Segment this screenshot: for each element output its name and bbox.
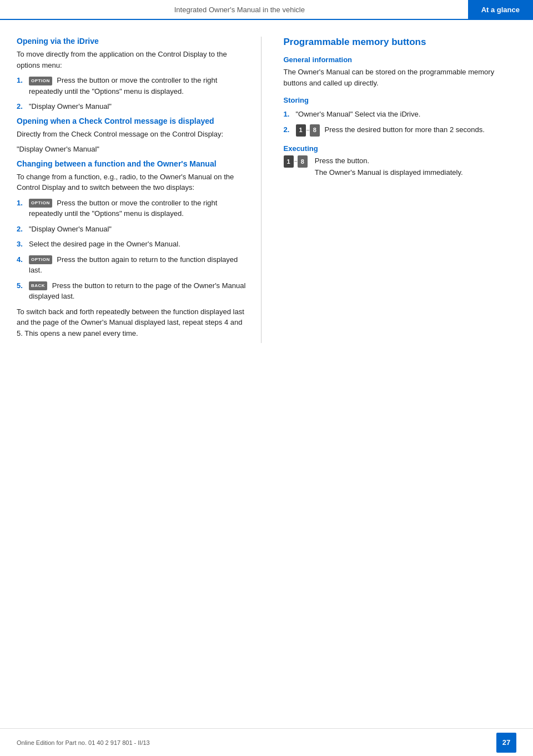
sub-title-general: General information — [284, 56, 517, 64]
step-num-2: 2. — [17, 101, 29, 112]
para-closing: To switch back and forth repeatedly betw… — [17, 306, 250, 339]
step-content-c2: "Display Owner's Manual" — [29, 224, 250, 235]
memory-button-icon-exec: 1 ··· 8 — [284, 155, 310, 168]
option-icon-3: OPTION — [29, 255, 52, 264]
sub-title-executing: Executing — [284, 144, 517, 153]
step-content-c3: Select the desired page in the Owner's M… — [29, 239, 250, 250]
step-changing-3: 3. Select the desired page in the Owner'… — [17, 239, 250, 250]
para-check-1: Directly from the Check Control message … — [17, 129, 250, 140]
mem-icon-exec: 1 ··· 8 — [284, 155, 308, 168]
header-right-tab: At a glance — [468, 0, 533, 19]
executing-content: 1 ··· 8 Press the button. The Owner's Ma… — [284, 155, 517, 183]
section-executing: Executing 1 ··· 8 Press the button. The … — [284, 144, 517, 183]
steps-opening-idrive: 1. OPTION Press the button or move the c… — [17, 75, 250, 112]
step-content-1: OPTION Press the button or move the cont… — [29, 75, 250, 97]
section-general-info: General information The Owner's Manual c… — [284, 56, 517, 88]
step-num-c3: 3. — [17, 239, 29, 250]
section-title-opening-idrive: Opening via the iDrive — [17, 37, 250, 46]
step-idrive-1: 1. OPTION Press the button or move the c… — [17, 75, 250, 97]
step-storing-2: 2. 1 ··· 8 Press the desired button for … — [284, 124, 517, 137]
section-storing: Storing 1. "Owner's Manual" Select via t… — [284, 96, 517, 137]
step-idrive-2: 2. "Display Owner's Manual" — [17, 101, 250, 112]
section-title-changing: Changing between a function and the Owne… — [17, 159, 250, 168]
step-num-c5: 5. — [17, 280, 29, 291]
main-section-title: Programmable memory buttons — [284, 37, 517, 48]
page-header: Integrated Owner's Manual in the vehicle… — [0, 0, 533, 20]
step-content-c4: OPTION Press the button again to return … — [29, 254, 250, 276]
footer-text: Online Edition for Part no. 01 40 2 917 … — [17, 739, 150, 746]
steps-storing: 1. "Owner's Manual" Select via the iDriv… — [284, 109, 517, 137]
memory-button-icon-store: 1 ··· 8 — [296, 124, 320, 137]
back-icon: BACK — [29, 281, 47, 290]
step-changing-4: 4. OPTION Press the button again to retu… — [17, 254, 250, 276]
mem-btn-1: 1 — [296, 124, 306, 137]
exec-btn-8: 8 — [298, 155, 308, 168]
page-footer: Online Edition for Part no. 01 40 2 917 … — [0, 728, 533, 756]
header-left-text: Integrated Owner's Manual in the vehicle — [0, 6, 468, 14]
section-check-control: Opening when a Check Control message is … — [17, 117, 250, 155]
step-content-s1: "Owner's Manual" Select via the iDrive. — [296, 109, 517, 120]
para-general-1: The Owner's Manual can be stored on the … — [284, 67, 517, 88]
step-num-s2: 2. — [284, 124, 296, 135]
step-content-2: "Display Owner's Manual" — [29, 101, 250, 112]
step-content-c1: OPTION Press the button or move the cont… — [29, 198, 250, 219]
step-num-s1: 1. — [284, 109, 296, 120]
section-title-check-control: Opening when a Check Control message is … — [17, 117, 250, 125]
step-changing-5: 5. BACK Press the button to return to th… — [17, 280, 250, 302]
steps-changing: 1. OPTION Press the button or move the c… — [17, 198, 250, 302]
step-changing-1: 1. OPTION Press the button or move the c… — [17, 198, 250, 219]
step-storing-1: 1. "Owner's Manual" Select via the iDriv… — [284, 109, 517, 120]
page-number: 27 — [496, 733, 516, 753]
option-icon-1: OPTION — [29, 77, 52, 85]
step-content-c5: BACK Press the button to return to the p… — [29, 280, 250, 302]
main-content: Opening via the iDrive To move directly … — [0, 20, 533, 376]
step-changing-2: 2. "Display Owner's Manual" — [17, 224, 250, 235]
exec-line-2: The Owner's Manual is displayed immediat… — [315, 167, 463, 178]
exec-btn-1: 1 — [284, 155, 294, 168]
mem-btn-8: 8 — [310, 124, 320, 137]
step-num-1: 1. — [17, 75, 29, 86]
exec-btn-dots: ··· — [294, 158, 297, 164]
exec-line-1: Press the button. — [315, 155, 463, 167]
option-icon-2: OPTION — [29, 199, 52, 208]
para-check-2: "Display Owner's Manual" — [17, 144, 250, 155]
step-num-c4: 4. — [17, 254, 29, 265]
step-content-s2: 1 ··· 8 Press the desired button for mor… — [296, 124, 517, 137]
step-num-c2: 2. — [17, 224, 29, 235]
mem-btn-dots: ··· — [306, 126, 309, 134]
step-num-c1: 1. — [17, 198, 29, 209]
left-column: Opening via the iDrive To move directly … — [17, 37, 262, 343]
right-column: Programmable memory buttons General info… — [278, 37, 517, 343]
sub-title-storing: Storing — [284, 96, 517, 104]
para-opening-idrive-1: To move directly from the application on… — [17, 49, 250, 70]
para-changing-1: To change from a function, e.g., radio, … — [17, 172, 250, 193]
executing-text: Press the button. The Owner's Manual is … — [315, 155, 463, 183]
section-opening-idrive: Opening via the iDrive To move directly … — [17, 37, 250, 112]
section-changing-between: Changing between a function and the Owne… — [17, 159, 250, 339]
